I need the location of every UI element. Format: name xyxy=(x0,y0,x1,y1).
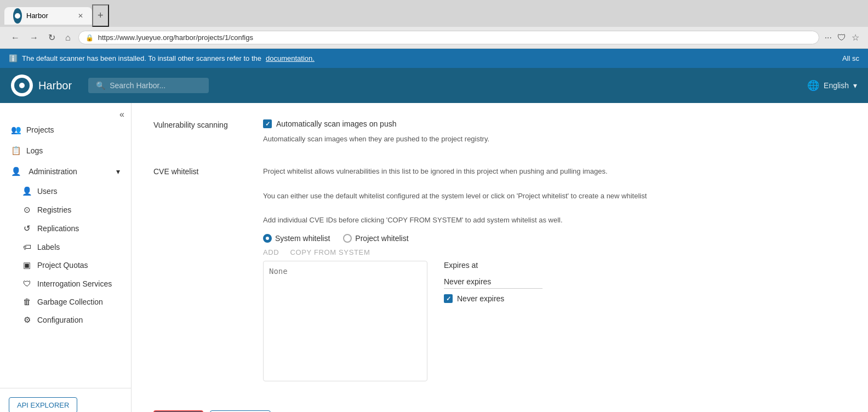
auto-scan-label: Automatically scan images on push xyxy=(276,119,396,128)
sidebar-item-projects[interactable]: 👥 Projects xyxy=(0,119,131,140)
new-tab-button[interactable]: + xyxy=(92,4,109,27)
registries-label: Registries xyxy=(37,205,71,214)
notification-bar: ℹ️ The default scanner has been installe… xyxy=(0,49,868,68)
garbage-icon: 🗑 xyxy=(22,297,32,306)
sidebar: « 👥 Projects 📋 Logs 👤 Administration xyxy=(0,103,132,412)
radio-project-empty xyxy=(343,234,352,243)
admin-sub-menu: 👤 Users ⊙ Registries ↺ Replications � xyxy=(0,182,131,329)
config-label: Configuration xyxy=(37,316,83,324)
copy-from-system-link[interactable]: COPY FROM SYSTEM xyxy=(290,248,370,256)
browser-pocket-icon[interactable]: 🛡 xyxy=(837,33,846,43)
interrogation-label: Interrogation Services xyxy=(37,279,112,288)
radio-system-filled xyxy=(263,234,272,243)
vulnerability-control: Automatically scan images on push Automa… xyxy=(263,119,846,150)
browser-tab[interactable]: Harbor ✕ xyxy=(4,7,92,25)
globe-icon: 🌐 xyxy=(807,79,819,91)
header-search[interactable]: 🔍 Search Harbor... xyxy=(88,78,209,93)
back-button[interactable]: ← xyxy=(9,31,22,45)
sidebar-item-replications[interactable]: ↺ Replications xyxy=(11,219,131,238)
sidebar-logs-label: Logs xyxy=(26,146,43,155)
language-label: English xyxy=(824,81,849,90)
never-expires-checkbox[interactable] xyxy=(444,294,453,303)
radio-project-whitelist[interactable]: Project whitelist xyxy=(343,234,408,243)
garbage-label: Garbage Collection xyxy=(37,297,103,306)
sidebar-item-configuration[interactable]: ⚙ Configuration xyxy=(11,311,131,329)
cve-layout: Expires at Never expires xyxy=(263,261,846,383)
cve-radio-group: System whitelist Project whitelist xyxy=(263,234,846,243)
cve-textarea-wrap xyxy=(263,261,427,383)
tab-favicon xyxy=(13,12,22,20)
cve-description-3: Add individual CVE IDs before clicking '… xyxy=(263,215,846,226)
app-title: Harbor xyxy=(38,79,72,92)
add-action-link[interactable]: ADD xyxy=(263,248,279,256)
radio-project-label: Project whitelist xyxy=(355,234,408,243)
tab-title: Harbor xyxy=(26,12,48,20)
admin-header[interactable]: 👤 Administration ▾ xyxy=(0,161,131,182)
radio-system-label: System whitelist xyxy=(275,234,330,243)
quotas-icon: ▣ xyxy=(22,260,32,270)
sidebar-item-logs[interactable]: 📋 Logs xyxy=(0,140,131,161)
search-placeholder: Search Harbor... xyxy=(110,81,165,90)
logs-icon: 📋 xyxy=(11,146,21,156)
home-button[interactable]: ⌂ xyxy=(63,31,73,45)
quotas-label: Project Quotas xyxy=(37,261,88,270)
admin-label: Administration xyxy=(28,167,77,176)
cve-control: Project whitelist allows vulnerabilities… xyxy=(263,166,846,383)
cve-textarea[interactable] xyxy=(263,261,427,381)
projects-icon: 👥 xyxy=(11,125,21,135)
sidebar-item-users[interactable]: 👤 Users xyxy=(11,182,131,201)
url-text: https://www.lyueyue.org/harbor/projects/… xyxy=(98,33,812,42)
sidebar-item-labels[interactable]: 🏷 Labels xyxy=(11,238,131,256)
sidebar-item-project-quotas[interactable]: ▣ Project Quotas xyxy=(11,256,131,274)
admin-icon: 👤 xyxy=(11,167,21,176)
logo-circle xyxy=(11,75,33,96)
config-icon: ⚙ xyxy=(22,315,32,325)
sidebar-item-registries[interactable]: ⊙ Registries xyxy=(11,201,131,219)
expires-section: Expires at Never expires xyxy=(444,261,542,303)
notif-info-icon: ℹ️ xyxy=(9,54,18,62)
admin-section: 👤 Administration ▾ 👤 Users ⊙ Registries xyxy=(0,161,131,329)
sidebar-collapse-button[interactable]: « xyxy=(119,110,124,119)
auto-scan-checkbox[interactable] xyxy=(263,119,272,128)
app-header: Harbor 🔍 Search Harbor... 🌐 English ▾ xyxy=(0,68,868,103)
auto-scan-checkbox-row: Automatically scan images on push xyxy=(263,119,846,128)
admin-chevron-icon: ▾ xyxy=(116,167,120,176)
users-icon: 👤 xyxy=(22,186,32,196)
cve-whitelist-section: CVE whitelist Project whitelist allows v… xyxy=(153,166,846,383)
notification-message: The default scanner has been installed. … xyxy=(22,54,261,62)
cve-label: CVE whitelist xyxy=(153,166,263,383)
reload-button[interactable]: ↻ xyxy=(46,30,58,45)
browser-menu-dots[interactable]: ··· xyxy=(825,33,832,43)
tab-close-button[interactable]: ✕ xyxy=(78,12,83,20)
expires-input[interactable] xyxy=(444,275,542,289)
chevron-down-icon: ▾ xyxy=(853,81,857,90)
vulnerability-scanning-section: Vulnerability scanning Automatically sca… xyxy=(153,119,846,150)
users-label: Users xyxy=(37,187,58,196)
app-logo: Harbor xyxy=(11,75,72,96)
labels-label: Labels xyxy=(37,243,60,251)
never-expires-row: Never expires xyxy=(444,294,542,303)
vulnerability-label: Vulnerability scanning xyxy=(153,119,263,150)
notification-link[interactable]: documentation. xyxy=(266,54,315,62)
cve-description-1: Project whitelist allows vulnerabilities… xyxy=(263,166,846,178)
labels-icon: 🏷 xyxy=(22,242,32,251)
browser-star-icon[interactable]: ☆ xyxy=(852,32,859,43)
interrogation-icon: 🛡 xyxy=(22,279,32,288)
main-content: Vulnerability scanning Automatically sca… xyxy=(132,103,868,412)
cve-description-2: You can either use the default whitelist… xyxy=(263,191,846,202)
forward-button[interactable]: → xyxy=(27,31,41,45)
logo-dot xyxy=(19,83,25,88)
sidebar-item-garbage-collection[interactable]: 🗑 Garbage Collection xyxy=(11,293,131,311)
language-selector[interactable]: 🌐 English ▾ xyxy=(807,79,857,91)
radio-system-whitelist[interactable]: System whitelist xyxy=(263,234,330,243)
url-bar[interactable]: 🔒 https://www.lyueyue.org/harbor/project… xyxy=(78,31,819,44)
expires-label: Expires at xyxy=(444,261,542,270)
sidebar-footer: API EXPLORER xyxy=(0,388,131,412)
auto-scan-description: Automatically scan images when they are … xyxy=(263,134,846,145)
sidebar-item-interrogation-services[interactable]: 🛡 Interrogation Services xyxy=(11,274,131,293)
api-explorer-button[interactable]: API EXPLORER xyxy=(9,397,77,412)
logo-inner xyxy=(14,78,30,93)
url-lock-icon: 🔒 xyxy=(85,34,94,42)
replications-icon: ↺ xyxy=(22,224,32,233)
notification-right-link[interactable]: All sc xyxy=(842,54,859,62)
